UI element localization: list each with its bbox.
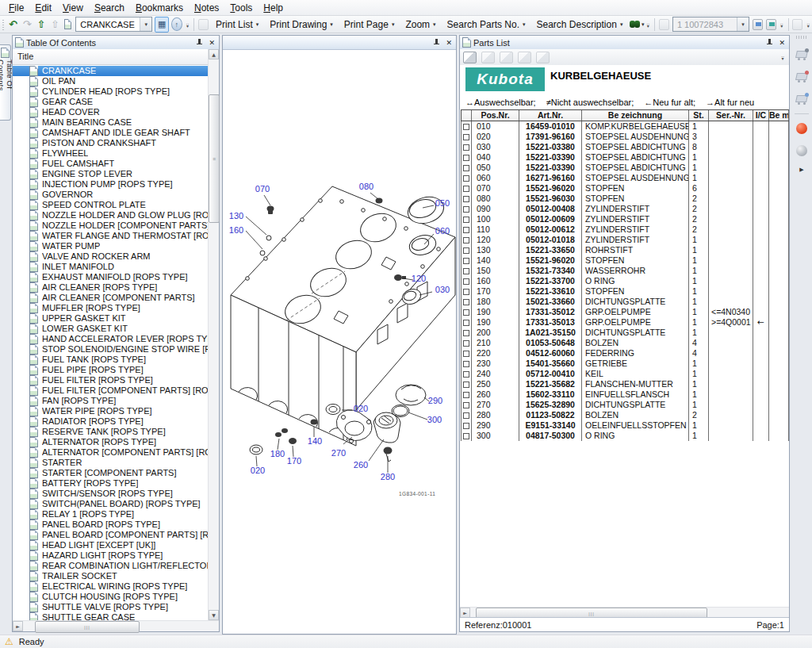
toolbar-grip[interactable] [796, 36, 807, 39]
toc-item[interactable]: PANEL BOARD [COMPONENT PARTS] [ROPS TYPE… [13, 530, 209, 540]
close-icon[interactable]: ✕ [779, 39, 785, 47]
menu-tools[interactable]: Tools [224, 1, 258, 15]
toc-item[interactable]: WATER FLANGE AND THERMOSTAT [ROPS TYPE] [13, 231, 209, 241]
toolbar-button-search-description[interactable]: Search Description▾ [532, 17, 628, 32]
toc-vertical-scrollbar[interactable]: ▲ ≡ ▼ [208, 49, 219, 620]
toc-item[interactable]: SPEED CONTROL PLATE [13, 200, 209, 210]
toc-item[interactable]: BATTERY [ROPS TYPE] [13, 478, 209, 489]
row-checkbox[interactable] [463, 330, 469, 336]
toolbar-grip[interactable] [2, 18, 5, 31]
header-st[interactable]: St. [689, 110, 709, 121]
toc-item[interactable]: GEAR CASE [13, 97, 209, 107]
parts-table-row[interactable]: 190 17331-35012 GRP.OELPUMPE 1 <=4N0340 [461, 307, 789, 317]
drawing-callout-130[interactable]: 130 [229, 211, 243, 220]
parts-table-row[interactable]: 070 15521-96020 STOPFEN 6 [461, 183, 789, 194]
toc-item[interactable]: FUEL CAMSHAFT [13, 159, 209, 169]
toc-autohide-tab[interactable]: Table Of Contents [0, 44, 11, 121]
toc-item[interactable]: HEAD COVER [13, 107, 209, 117]
row-checkbox[interactable] [463, 165, 469, 171]
toc-item[interactable]: STOP SOLENOID/ENGINE STOP WIRE [ROPS TYP… [13, 344, 209, 355]
close-icon[interactable]: ✕ [209, 39, 215, 47]
parts-table-row[interactable]: 160 15221-33700 O RING 1 [461, 276, 789, 286]
row-checkbox[interactable] [463, 237, 469, 243]
cart-box-icon[interactable] [463, 52, 477, 63]
toolbar-overflow[interactable]: ‥▾ [779, 21, 785, 28]
menu-file[interactable]: File [3, 1, 29, 15]
parts-table-row[interactable]: 030 15221-03380 STOEPSEL ABDICHTUNG 8 [461, 142, 789, 152]
drawing-callout-160[interactable]: 160 [229, 225, 243, 235]
row-checkbox[interactable] [463, 196, 469, 202]
drawing-callout-030[interactable]: 030 [435, 285, 450, 294]
toc-item[interactable]: AIR CLEANER [COMPONENT PARTS] [13, 293, 209, 303]
back-icon[interactable]: ↶ [7, 17, 20, 32]
chevron-down-icon[interactable]: ▾ [140, 17, 151, 31]
header-pos[interactable]: Pos.Nr. [472, 110, 519, 121]
row-checkbox[interactable] [463, 144, 469, 151]
parts-table-row[interactable]: 180 15021-33660 DICHTUNGSPLATTE 1 [461, 297, 789, 307]
menu-help[interactable]: Help [258, 1, 289, 15]
toc-item[interactable]: FUEL FILTER [ROPS TYPE] [13, 375, 209, 385]
binoculars-dropdown-icon[interactable]: ▾ [642, 21, 645, 28]
toc-item[interactable]: STARTER [13, 458, 209, 468]
parts-table-row[interactable]: 270 15625-32890 DICHTUNGSPLATTE 1 [461, 400, 789, 410]
toc-item[interactable]: FUEL FILTER [COMPONENT PARTS] [ROPS TYPE… [13, 385, 209, 396]
header-ser-nr[interactable]: Ser.-Nr. [709, 110, 753, 121]
expand-icon[interactable]: ▶ [799, 167, 803, 173]
pin-icon[interactable] [196, 38, 203, 47]
row-checkbox[interactable] [463, 175, 469, 182]
document-combo[interactable]: CRANKCASE ▾ [75, 17, 152, 32]
row-checkbox[interactable] [463, 134, 469, 140]
close-icon[interactable]: ✕ [446, 39, 452, 47]
row-checkbox[interactable] [463, 320, 469, 326]
toc-horizontal-scrollbar[interactable]: ◄ ||| ► [13, 620, 219, 631]
menu-edit[interactable]: Edit [29, 1, 57, 15]
row-checkbox[interactable] [463, 382, 469, 388]
toc-item[interactable]: STARTER [COMPONENT PARTS] [13, 468, 209, 478]
toolbar-overflow[interactable]: ‥▾ [185, 21, 191, 28]
toc-item[interactable]: INLET MANIFOLD [13, 262, 209, 272]
drawing-callout-020[interactable]: 020 [251, 466, 265, 475]
toc-item[interactable]: CLUTCH HOUSING [ROPS TYPE] [13, 592, 209, 602]
header-ic[interactable]: I/C [753, 110, 769, 121]
menu-bookmarks[interactable]: Bookmarks [130, 1, 189, 15]
toc-item[interactable]: CYLINDER HEAD [ROPS TYPE] [13, 86, 209, 97]
parts-table-row[interactable]: 210 01053-50648 BOLZEN 4 [461, 338, 789, 348]
toc-item[interactable]: REAR COMBINATION LIGHT/REFLECTOR [ROPS T… [13, 561, 209, 571]
toc-item[interactable]: NOZZLE HOLDER AND GLOW PLUG [ROPS TYPE] [13, 210, 209, 220]
row-checkbox[interactable] [463, 124, 469, 130]
toc-item[interactable]: SWITCH/SENSOR [ROPS TYPE] [13, 489, 209, 499]
toc-item[interactable]: MAIN BEARING CASE [13, 117, 209, 128]
gray-globe-icon[interactable] [796, 145, 807, 156]
toc-item[interactable]: FLYWHEEL [13, 148, 209, 159]
toc-item[interactable]: FAN [ROPS TYPE] [13, 396, 209, 406]
parts-table-row[interactable]: 120 05012-01018 ZYLINDERSTIFT 1 [461, 235, 789, 245]
row-checkbox[interactable] [463, 258, 469, 264]
row-checkbox[interactable] [463, 340, 469, 347]
pin-icon[interactable] [766, 38, 773, 47]
scroll-right-icon[interactable]: ► [13, 621, 23, 631]
drawing-callout-270[interactable]: 270 [331, 448, 346, 458]
parts-table-row[interactable]: 040 15221-03390 STOEPSEL ABDICHTUNG 1 [461, 152, 789, 163]
parts-table-row[interactable]: 130 15221-33650 ROHRSTIFT 1 [461, 245, 789, 255]
parts-table-row[interactable]: 220 04512-60060 FEDERRING 4 [461, 348, 789, 359]
drawing-callout-020[interactable]: 020 [354, 404, 368, 413]
parts-table-row[interactable]: 200 1A021-35150 DICHTUNGSPLATTE 1 [461, 328, 789, 338]
toc-item[interactable]: EXHAUST MANIFOLD [ROPS TYPE] [13, 272, 209, 282]
row-checkbox[interactable] [463, 206, 469, 213]
parts-table-row[interactable]: 090 05012-00408 ZYLINDERSTIFT 2 [461, 204, 789, 214]
row-checkbox[interactable] [463, 309, 469, 316]
drawing-callout-060[interactable]: 060 [435, 226, 450, 236]
toc-item[interactable]: PISTON AND CRANKSHAFT [13, 138, 209, 148]
row-checkbox[interactable] [463, 217, 469, 223]
row-checkbox[interactable] [463, 392, 469, 398]
toc-item[interactable]: ENGINE STOP LEVER [13, 169, 209, 179]
menu-notes[interactable]: Notes [189, 1, 224, 15]
parts-table-row[interactable]: 060 16271-96160 STOEPSEL AUSDEHNUNG 1 [461, 173, 789, 183]
toc-item[interactable]: ALTERNATOR [COMPONENT PARTS] [ROPS TYPE] [13, 447, 209, 458]
toc-item[interactable]: SWITCH(PANEL BOARD) [ROPS TYPE] [13, 499, 209, 509]
header-bezeichnung[interactable]: Be zeichnung [582, 110, 689, 121]
toc-item[interactable]: VALVE AND ROCKER ARM [13, 251, 209, 262]
toc-item[interactable]: PANEL BOARD [ROPS TYPE] [13, 520, 209, 530]
menu-search[interactable]: Search [89, 1, 130, 15]
parts-table-row[interactable]: 260 15602-33110 EINFUELLSFLANSCH 1 [461, 389, 789, 400]
